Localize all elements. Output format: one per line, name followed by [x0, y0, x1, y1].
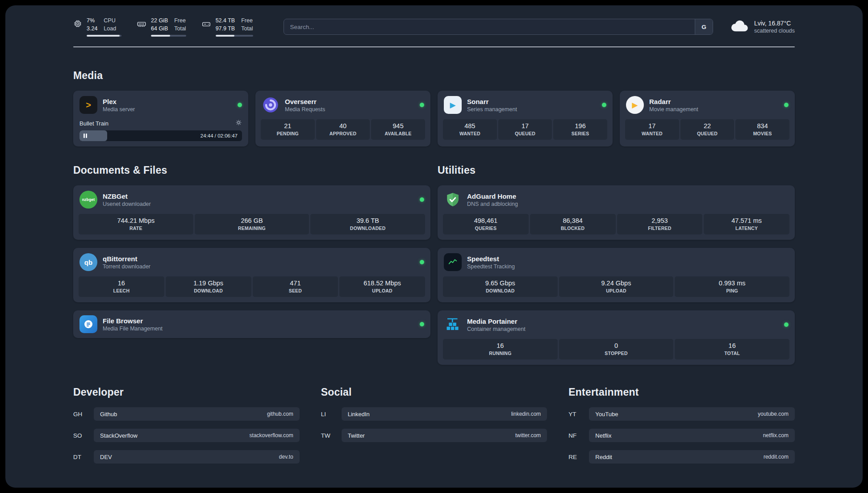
speedtest-card[interactable]: Speedtest Speedtest Tracking 9.65 GbpsDO… — [438, 248, 795, 302]
linkedin-link[interactable]: LinkedIn linkedin.com — [342, 407, 547, 421]
radarr-card[interactable]: ▶ Radarr Movie management 17WANTED 22QUE… — [620, 91, 795, 146]
social-section-title: Social — [321, 386, 547, 398]
disk-widget: 52.4 TB 97.9 TB Free Total — [201, 17, 253, 37]
disk-usage-bar — [216, 35, 253, 37]
status-dot — [420, 260, 424, 264]
status-dot — [238, 103, 242, 107]
cpu-load-value: 3.24 — [87, 25, 97, 33]
status-dot — [602, 103, 606, 107]
memory-free-label: Free — [174, 17, 186, 25]
stat-tile: 40APPROVED — [316, 119, 370, 140]
status-dot — [784, 103, 789, 107]
memory-icon — [137, 19, 146, 31]
qbittorrent-icon: qb — [79, 253, 97, 271]
stat-tile: 86,384BLOCKED — [530, 214, 616, 234]
weather-location: Lviv, 16.87°C — [754, 20, 795, 27]
link-row: YT YouTube youtube.com — [568, 407, 795, 421]
utilities-section-title: Utilities — [438, 164, 795, 176]
media-section: Media > Plex Media server Bullet Tr — [73, 70, 795, 146]
app-name: Plex — [103, 98, 135, 105]
twitter-link[interactable]: Twitter twitter.com — [342, 429, 547, 442]
netflix-link[interactable]: Netflix netflix.com — [589, 429, 795, 442]
cpu-chip-icon — [73, 19, 82, 30]
cloud-icon — [728, 18, 749, 35]
link-abbr: TW — [321, 432, 342, 439]
overseerr-card[interactable]: Overseerr Media Requests 21PENDING 40APP… — [255, 91, 430, 146]
status-dot — [420, 103, 424, 107]
stat-tile: 17QUEUED — [498, 119, 552, 140]
dev-to-link[interactable]: DEV dev.to — [94, 450, 300, 464]
stat-tile: 485WANTED — [443, 119, 497, 140]
app-subtitle: Container management — [467, 326, 526, 332]
playback-time: 24:44 / 02:06:47 — [200, 133, 238, 138]
pause-icon[interactable] — [83, 134, 87, 138]
reddit-link[interactable]: Reddit reddit.com — [589, 450, 795, 464]
adguard-shield-icon — [444, 191, 462, 209]
weather-condition: scattered clouds — [754, 28, 795, 34]
playback-progress-bar[interactable]: 24:44 / 02:06:47 — [79, 130, 242, 141]
stat-tile: 47.571 msLATENCY — [704, 214, 789, 234]
link-row: DT DEV dev.to — [73, 450, 300, 464]
stat-tile: 16RUNNING — [443, 339, 558, 359]
portainer-card[interactable]: Media Portainer Container management 16R… — [438, 310, 795, 365]
cpu-usage-bar — [87, 35, 121, 37]
stat-tile: 0.993 msPING — [675, 276, 789, 297]
stat-tile: 17WANTED — [625, 119, 679, 140]
stat-tile: 16LEECH — [79, 276, 164, 297]
status-dot — [420, 322, 424, 326]
now-playing-title: Bullet Train — [79, 120, 108, 127]
link-row: NF Netflix netflix.com — [568, 429, 795, 442]
app-name: Sonarr — [467, 98, 517, 105]
stat-tile: 744.21 MbpsRATE — [79, 214, 193, 234]
qbittorrent-card[interactable]: qb qBittorrent Torrent downloader 16LEEC… — [73, 248, 430, 302]
app-subtitle: DNS and adblocking — [467, 201, 518, 207]
radarr-icon: ▶ — [626, 96, 644, 114]
disk-total-label: Total — [241, 25, 253, 33]
app-subtitle: Media Requests — [285, 106, 325, 113]
sonarr-card[interactable]: ▶ Sonarr Series management 485WANTED 17Q… — [438, 91, 613, 146]
disk-icon — [201, 19, 211, 31]
app-name: NZBGet — [103, 192, 151, 200]
utilities-section: Utilities AdGuard Home DNS and adblockin… — [438, 164, 795, 365]
app-subtitle: Media File Management — [103, 326, 163, 332]
stat-tile: 945AVAILABLE — [371, 119, 425, 140]
search-engine-button[interactable]: G — [695, 19, 713, 34]
plex-icon: > — [79, 96, 97, 114]
social-links-section: Social LI LinkedIn linkedin.com TW Twitt… — [321, 386, 547, 472]
developer-section-title: Developer — [73, 386, 300, 398]
nzbget-card[interactable]: nzbget NZBGet Usenet downloader 744.21 M… — [73, 185, 430, 240]
stat-tile: 16TOTAL — [675, 339, 789, 359]
adguard-card[interactable]: AdGuard Home DNS and adblocking 498,461Q… — [438, 185, 795, 240]
cpu-widget: 7% 3.24 CPU Load — [73, 17, 121, 37]
youtube-link[interactable]: YouTube youtube.com — [589, 407, 795, 421]
link-row: SO StackOverflow stackoverflow.com — [73, 429, 300, 442]
cpu-usage-value: 7% — [87, 17, 97, 25]
top-bar: 7% 3.24 CPU Load — [73, 17, 795, 37]
widget-settings-gear-icon[interactable] — [235, 119, 242, 127]
app-subtitle: Torrent downloader — [103, 263, 150, 270]
app-subtitle: Speedtest Tracking — [467, 263, 515, 270]
nzbget-icon: nzbget — [79, 191, 97, 209]
status-dot — [784, 322, 789, 327]
memory-total-value: 64 GiB — [151, 25, 168, 33]
app-subtitle: Usenet downloader — [103, 201, 151, 207]
app-name: Overseerr — [285, 98, 325, 105]
link-abbr: DT — [73, 454, 94, 460]
memory-total-label: Total — [174, 25, 186, 33]
stat-tile: 2,953FILTERED — [617, 214, 703, 234]
stat-tile: 9.65 GbpsDOWNLOAD — [443, 276, 558, 297]
cpu-load-label: Load — [104, 25, 116, 33]
memory-usage-bar — [151, 35, 186, 37]
filebrowser-card[interactable]: File Browser Media File Management — [73, 310, 430, 338]
app-name: File Browser — [103, 317, 163, 325]
stackoverflow-link[interactable]: StackOverflow stackoverflow.com — [94, 429, 300, 442]
stat-tile: 196SERIES — [553, 119, 607, 140]
link-abbr: GH — [73, 411, 94, 418]
stat-tile: 266 GBREMAINING — [195, 214, 309, 234]
plex-card[interactable]: > Plex Media server Bullet Train — [73, 91, 248, 146]
plex-now-playing: Bullet Train 24:44 / 02:06:47 — [73, 119, 248, 146]
stat-tile: 39.6 TBDOWNLOADED — [310, 214, 425, 234]
stat-tile: 9.24 GbpsUPLOAD — [559, 276, 674, 297]
search-input[interactable] — [284, 19, 695, 34]
github-link[interactable]: Github github.com — [94, 407, 300, 421]
